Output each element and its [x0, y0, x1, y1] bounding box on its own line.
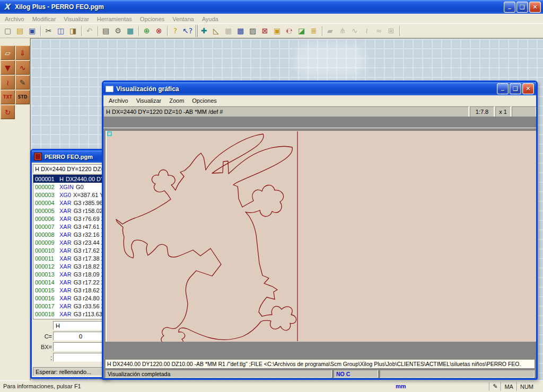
line-command: XAR: [59, 287, 72, 293]
panel-tool[interactable]: ▱: [1, 46, 15, 60]
undo-icon[interactable]: ↶: [83, 25, 95, 37]
grid-icon[interactable]: ▦: [222, 25, 234, 37]
profile-mill-tool[interactable]: ∿: [15, 60, 30, 75]
lead-in-icon[interactable]: ∿: [348, 25, 361, 37]
graphic-status-extra: [380, 370, 535, 378]
close-button[interactable]: ✕: [529, 2, 541, 13]
cut-icon[interactable]: ✂: [42, 25, 55, 37]
line-command: XAR: [59, 303, 72, 309]
menu-item[interactable]: Zoom: [169, 97, 184, 104]
menu-item[interactable]: Opciones: [140, 16, 164, 22]
txt-tool[interactable]: TXT: [1, 90, 15, 104]
code-line[interactable]: 000008 XAR G3 r32.16 X: [33, 230, 107, 238]
restore-button[interactable]: ❑: [516, 2, 528, 13]
hatch-icon[interactable]: ▨: [247, 25, 259, 37]
line-args: G3 r17.38 X: [74, 255, 105, 262]
code-line[interactable]: 000004 XAR G3 r385.96: [33, 199, 107, 207]
menu-item[interactable]: Ayuda: [202, 16, 218, 22]
corner-mill-tool[interactable]: ⇓: [15, 46, 30, 60]
solid-view-icon[interactable]: ▰: [324, 25, 336, 37]
code-line[interactable]: 000012 XAR G3 r18.82 X: [33, 262, 107, 270]
field-input[interactable]: [53, 353, 108, 362]
sheet-icon[interactable]: ◪: [295, 25, 308, 37]
main-caption-buttons: – ❑ ✕: [503, 2, 541, 13]
graphic-close-button[interactable]: ✕: [522, 83, 534, 94]
new-file-icon[interactable]: ▢: [2, 25, 14, 37]
field-input[interactable]: H: [53, 321, 108, 330]
box-3d-icon[interactable]: ▣: [271, 25, 283, 37]
pencil-tool[interactable]: ✎: [15, 75, 30, 90]
field-value: H: [54, 323, 108, 329]
code-line[interactable]: 000011 XAR G3 r17.38 X: [33, 254, 107, 262]
save-file-icon[interactable]: ▣: [26, 25, 38, 37]
menu-item[interactable]: Modificar: [32, 16, 56, 22]
profile-mill-2-tool[interactable]: ≀: [1, 75, 15, 90]
graphic-maximize-button[interactable]: ❑: [510, 83, 521, 94]
origin-cross-icon[interactable]: ✚: [198, 25, 210, 37]
pgm-code-list: 000001 H DX2440.00 DY 000002 XGIN G0 000…: [33, 174, 107, 319]
line-number: 000004: [35, 200, 57, 206]
code-line[interactable]: 000013 XAR G3 r18.09 X: [33, 270, 107, 278]
field-input[interactable]: 0: [53, 332, 108, 341]
code-line[interactable]: 000010 XAR G3 r17.62 X: [33, 246, 107, 254]
axes-icon[interactable]: ⋔: [336, 25, 348, 37]
lead-double-icon[interactable]: ≈: [373, 25, 385, 37]
lead-out-icon[interactable]: ≀: [361, 25, 373, 37]
code-line[interactable]: 000005 XAR G3 r158.02: [33, 207, 107, 215]
print-icon[interactable]: ▤: [100, 25, 112, 37]
code-line[interactable]: 000009 XAR G3 r23.44 X: [33, 238, 107, 246]
machine-add-icon[interactable]: ⊕: [141, 25, 153, 37]
main-menubar: ArchivoModificarVisualizarHerramientasOp…: [0, 14, 543, 23]
help-icon[interactable]: ?: [169, 25, 181, 37]
copy-table-icon[interactable]: ⊞: [385, 25, 397, 37]
code-line[interactable]: 000016 XAR G3 r24.80 X: [33, 294, 107, 302]
toolbar-separator: [320, 25, 324, 37]
vertical-drill-tool[interactable]: ▼: [1, 60, 15, 75]
toolbar-separator: [79, 25, 83, 37]
menu-item[interactable]: Ventana: [172, 16, 194, 22]
hatch-delete-icon[interactable]: ⊠: [259, 25, 271, 37]
code-line[interactable]: 000002 XGIN G0: [33, 183, 107, 191]
code-line[interactable]: 000001 H DX2440.00 DY: [33, 175, 107, 183]
export-program-icon[interactable]: ℮: [283, 25, 295, 37]
line-args: G3 r17.22 X: [74, 279, 105, 286]
code-line[interactable]: 000017 XAR G3 r33.56 X: [33, 302, 107, 310]
line-args: G3 r76.69 X: [74, 216, 105, 222]
machine-remove-icon[interactable]: ⊗: [153, 25, 165, 37]
arc-tool[interactable]: ↻: [1, 105, 15, 119]
menu-item[interactable]: Archivo: [109, 97, 128, 104]
code-line[interactable]: 000015 XAR G3 r18.62 X: [33, 286, 107, 294]
menu-item[interactable]: Visualizar: [136, 97, 162, 104]
std-tool[interactable]: STD: [15, 90, 30, 104]
line-command: XAR: [59, 271, 72, 278]
code-line[interactable]: 000007 XAR G3 r47.61 X: [33, 222, 107, 230]
menu-item[interactable]: Visualizar: [64, 16, 89, 22]
field-input[interactable]: [53, 342, 108, 351]
context-help-icon[interactable]: ↖?: [181, 25, 194, 37]
copy-icon[interactable]: ◫: [55, 25, 67, 37]
pgm-titlebar: PERRO FEO.pgm: [32, 150, 108, 163]
status-units: mm: [396, 383, 406, 389]
menu-item[interactable]: Opciones: [192, 97, 216, 104]
pgm-header-field[interactable]: H DX=2440 DY=1220 DZ=: [33, 164, 107, 173]
paste-icon[interactable]: ◨: [67, 25, 79, 37]
control-panel-icon[interactable]: ▦: [124, 25, 136, 37]
code-line[interactable]: 000014 XAR G3 r17.22 X: [33, 278, 107, 286]
set-square-icon[interactable]: ◺: [210, 25, 222, 37]
menu-item[interactable]: Herramientas: [97, 16, 132, 22]
graphic-window-icon: [106, 86, 113, 92]
settings-gear-icon[interactable]: ⚙: [112, 25, 124, 37]
code-line[interactable]: 000006 XAR G3 r76.69 X: [33, 215, 107, 222]
drawing-canvas[interactable]: [107, 131, 536, 342]
line-number: 000003: [35, 192, 57, 198]
layers-icon[interactable]: ≣: [308, 25, 320, 37]
open-file-icon[interactable]: ▤: [14, 25, 26, 37]
code-line[interactable]: 000003 XG0 X=387.61 Y=: [33, 191, 107, 199]
worktable-icon[interactable]: ▩: [234, 25, 247, 37]
origin-marker: [108, 132, 111, 136]
code-line[interactable]: 000018 XAR G3 r113.63: [33, 310, 107, 318]
line-command: XAR: [59, 311, 72, 317]
menu-item[interactable]: Archivo: [5, 16, 24, 22]
graphic-minimize-button[interactable]: –: [497, 83, 509, 94]
minimize-button[interactable]: –: [504, 2, 515, 13]
